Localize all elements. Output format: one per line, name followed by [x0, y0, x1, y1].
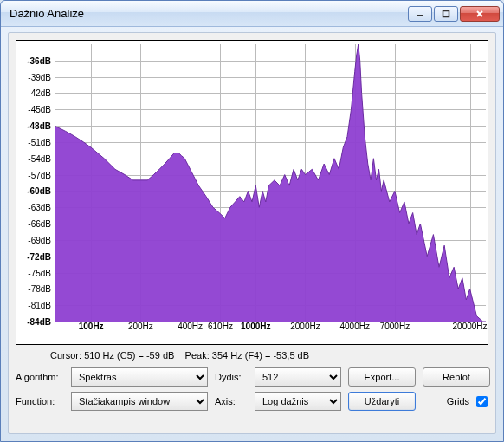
y-tick: -48dB — [27, 121, 51, 131]
y-tick: -78dB — [28, 284, 51, 294]
y-tick: -42dB — [28, 88, 51, 98]
x-tick: 610Hz — [208, 322, 233, 331]
y-tick: -54dB — [28, 153, 51, 163]
titlebar[interactable]: Dažnio Analizė — [1, 1, 503, 27]
function-select[interactable]: Stačiakampis window — [71, 392, 208, 411]
y-tick: -36dB — [27, 55, 51, 65]
function-label: Function: — [16, 396, 64, 406]
y-tick: -63dB — [28, 203, 51, 212]
maximize-button[interactable] — [434, 6, 458, 22]
x-tick: 2000Hz — [290, 322, 320, 331]
x-tick: 400Hz — [178, 322, 203, 331]
peak-value: 354 Hz (F4) = -53,5 dB — [212, 350, 309, 361]
content-panel: -36dB-39dB-42dB-45dB-48dB-51dB-54dB-57dB… — [8, 32, 496, 434]
y-tick: -75dB — [28, 268, 51, 277]
y-tick: -57dB — [28, 170, 51, 179]
controls: Algorithm: Spektras Dydis: 512 Export...… — [16, 367, 488, 411]
window-buttons — [408, 6, 500, 22]
close-button[interactable]: Uždaryti — [348, 392, 416, 411]
window: Dažnio Analizė -36dB-39dB-42dB-45dB-48dB… — [0, 0, 504, 442]
replot-button[interactable]: Replot — [423, 367, 490, 387]
status-line: Cursor: 510 Hz (C5) = -59 dB Peak: 354 H… — [16, 345, 488, 367]
y-tick: -72dB — [27, 251, 51, 261]
window-title: Dažnio Analizė — [10, 7, 408, 20]
x-tick: 20000Hz — [453, 322, 488, 331]
algorithm-select[interactable]: Spektras — [71, 367, 208, 387]
spectrum-chart[interactable]: -36dB-39dB-42dB-45dB-48dB-51dB-54dB-57dB… — [16, 40, 488, 345]
y-tick: -84dB — [27, 317, 51, 327]
export-button[interactable]: Export... — [348, 367, 416, 387]
x-tick: 7000Hz — [380, 322, 410, 331]
grids-label: Grids — [447, 396, 469, 406]
cursor-label: Cursor: — [50, 350, 81, 361]
cursor-value: 510 Hz (C5) = -59 dB — [84, 350, 174, 361]
y-axis: -36dB-39dB-42dB-45dB-48dB-51dB-54dB-57dB… — [16, 44, 55, 322]
grids-checkbox[interactable] — [476, 396, 488, 407]
svg-rect-1 — [443, 10, 449, 16]
y-tick: -81dB — [28, 301, 51, 310]
x-tick: 200Hz — [128, 322, 153, 331]
algorithm-label: Algorithm: — [16, 372, 64, 382]
minimize-button[interactable] — [408, 6, 432, 22]
y-tick: -69dB — [28, 235, 51, 244]
y-tick: -39dB — [28, 72, 51, 81]
spectrum-canvas[interactable] — [55, 44, 486, 322]
peak-label: Peak: — [185, 350, 210, 361]
axis-select[interactable]: Log dažnis — [255, 392, 341, 411]
y-tick: -60dB — [27, 186, 51, 196]
x-axis: 100Hz200Hz400Hz610Hz1000Hz2000Hz4000Hz70… — [55, 320, 486, 344]
size-select[interactable]: 512 — [255, 367, 341, 387]
y-tick: -45dB — [28, 105, 51, 114]
x-tick: 4000Hz — [339, 322, 369, 331]
size-label: Dydis: — [215, 372, 248, 382]
y-tick: -51dB — [28, 137, 51, 146]
axis-label: Axis: — [215, 396, 248, 406]
x-tick: 1000Hz — [241, 322, 270, 331]
y-tick: -66dB — [28, 219, 51, 229]
x-tick: 100Hz — [79, 322, 104, 331]
close-window-button[interactable] — [460, 6, 500, 22]
